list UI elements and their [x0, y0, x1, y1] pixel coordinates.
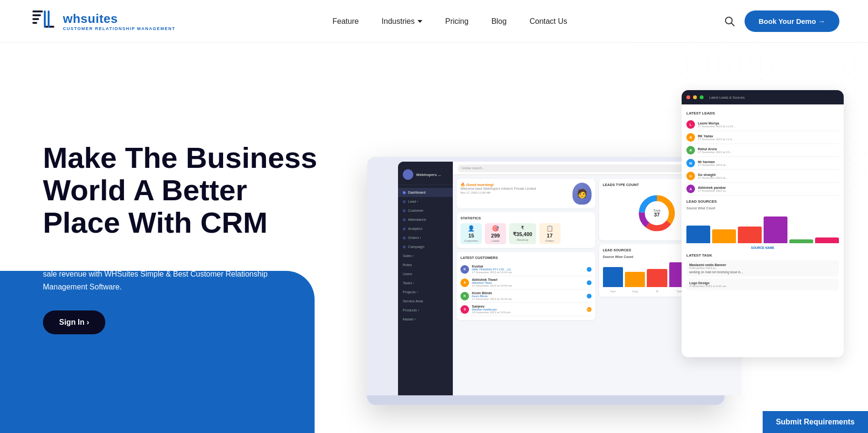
laptop-chin	[367, 395, 725, 405]
menu-dot-icon	[403, 191, 406, 194]
list-item: M Mr harman 17 November 2023 at...	[686, 157, 839, 170]
nav-link-pricing[interactable]: Pricing	[445, 17, 469, 25]
sidebar-item-projects[interactable]: Projects ›	[398, 288, 453, 297]
floating-card-topbar: Latest Leads & Sources	[682, 90, 844, 104]
svg-rect-1	[32, 10, 43, 12]
nav-links: Feature Industries Pricing Blog Contact …	[332, 17, 567, 26]
lead-info: RK Yadav 17 November 2023 at 11:0...	[698, 134, 839, 141]
sidebar-item-campaign[interactable]: Campaign	[398, 242, 453, 251]
sign-in-button[interactable]: Sign In ›	[43, 310, 105, 334]
sidebar-item-lead[interactable]: Lead ›	[398, 197, 453, 206]
dashboard-search[interactable]: Global search...	[458, 165, 696, 172]
logo[interactable]: whsuites CUSTOMER RELATIONSHIP MANAGEMEN…	[29, 7, 175, 36]
bar-item	[712, 229, 736, 243]
sidebar-company: Webhopers ...	[416, 173, 441, 177]
logo-text: whsuites CUSTOMER RELATIONSHIP MANAGEMEN…	[63, 11, 175, 31]
hero-blue-background	[0, 271, 315, 433]
task-title: Logo Design	[689, 281, 836, 285]
svg-line-11	[731, 23, 734, 26]
latest-customers-card: LATEST CUSTOMERS K Kushal NMK TRADING PT…	[457, 252, 595, 320]
welcome-card: 🔥 Good morning! Welcome back Webhopers I…	[457, 179, 595, 208]
nav-link-industries[interactable]: Industries	[382, 17, 422, 26]
statistics-card: STATISTICS 👤 15 Customers 🎯	[457, 212, 595, 248]
window-dot-red	[686, 95, 690, 99]
nav-link-blog[interactable]: Blog	[491, 17, 507, 25]
floating-leads-card: Latest Leads & Sources LATEST LEADS L La…	[682, 90, 844, 357]
sidebar-item-attendance[interactable]: Attendance	[398, 215, 453, 224]
status-dot	[587, 280, 592, 285]
nav-item-blog[interactable]: Blog	[491, 17, 507, 26]
lead-avatar: G	[686, 172, 695, 180]
lead-info: Rahul Arora 17 November 2023 at 10...	[698, 147, 839, 154]
sidebar-item-orders[interactable]: Orders ›	[398, 233, 453, 242]
customer-info: Sanjeev Manean Healthcare 18 November 20…	[472, 305, 584, 314]
sidebar-item-tasks[interactable]: Tasks ›	[398, 278, 453, 288]
menu-dot-icon	[403, 237, 406, 239]
svg-rect-4	[32, 22, 37, 24]
sidebar-item-service[interactable]: Service Area	[398, 297, 453, 306]
search-icon	[725, 16, 735, 27]
svg-rect-5	[44, 10, 46, 24]
laptop-base: Webhopers ... Dashboard Lead › Cust	[367, 157, 725, 405]
task-item: Logo Design 9 November 2023 at 9:26 am	[686, 278, 839, 290]
search-button[interactable]	[725, 16, 735, 27]
customers-list: K Kushal NMK TRADING PTY LTD ...(1) 17 N…	[460, 263, 592, 316]
welcome-date: Nov 17, 2023 11:00 AM	[460, 191, 536, 194]
list-item: K Kevin Blinds Kevin Blinds 17 November …	[460, 289, 592, 303]
sidebar-item-products[interactable]: Products ›	[398, 306, 453, 315]
task-time: 9 November 2023 at 9:26 am	[689, 285, 836, 288]
greeting-emoji: 🔥 Good morning!	[460, 183, 536, 187]
nav-item-contact[interactable]: Contact Us	[530, 17, 567, 26]
sidebar-item-users[interactable]: Users	[398, 269, 453, 278]
sidebar-item-analytics[interactable]: Analytics	[398, 224, 453, 233]
customer-info: Kevin Blinds Kevin Blinds 17 November 20…	[472, 291, 584, 300]
hero-left: Make The Business World A Better Place W…	[0, 43, 324, 433]
dashboard-left-col: 🔥 Good morning! Welcome back Webhopers I…	[457, 179, 595, 392]
sidebar-item-customer[interactable]: Customer	[398, 206, 453, 215]
logo-icon	[29, 7, 58, 36]
hero-title: Make The Business World A Better Place W…	[43, 142, 324, 239]
status-badge: 9+	[587, 307, 592, 312]
menu-dot-icon	[403, 218, 406, 221]
lead-avatar: M	[686, 159, 695, 167]
lead-info: Laxmi Moriya 17 November 2023 at 11:01..…	[698, 122, 839, 128]
nav-item-industries[interactable]: Industries	[382, 17, 422, 26]
bar-item	[603, 267, 623, 287]
sidebar-item-dashboard[interactable]: Dashboard	[398, 188, 453, 197]
latest-customers-title: LATEST CUSTOMERS	[460, 256, 592, 260]
character-illustration: 🧑	[572, 183, 592, 205]
bar-item	[686, 226, 710, 243]
donut-svg: Total 37	[635, 192, 678, 235]
bar-item	[764, 216, 787, 243]
nav-item-feature[interactable]: Feature	[332, 17, 358, 26]
customer-avatar: K	[460, 292, 469, 300]
logo-tagline: CUSTOMER RELATIONSHIP MANAGEMENT	[63, 26, 175, 31]
bar-item	[815, 237, 839, 243]
submit-requirements-banner[interactable]: Submit Requirements	[763, 411, 868, 433]
lead-info: Abhishek parakar 17 November 2023 at...	[698, 186, 839, 192]
nav-link-feature[interactable]: Feature	[332, 17, 358, 25]
sidebar-item-master[interactable]: Master ›	[398, 315, 453, 324]
svg-text:37: 37	[654, 212, 660, 217]
source-wise-section-title: LEAD SOURCES	[686, 199, 839, 204]
navbar: whsuites CUSTOMER RELATIONSHIP MANAGEMEN…	[0, 0, 868, 43]
customer-info: Abhishek Tiwari Abhishek Tiwari 17 Novem…	[472, 278, 584, 287]
stat-orders: 📋 17 Orders	[539, 223, 561, 244]
statistics-title: STATISTICS	[460, 216, 592, 220]
customer-avatar: K	[460, 265, 469, 274]
nav-item-pricing[interactable]: Pricing	[445, 17, 469, 26]
lead-info: Go straight 17 November 2023 at...	[698, 173, 839, 179]
menu-dot-icon	[403, 200, 406, 203]
sidebar-item-sales[interactable]: Sales ›	[398, 251, 453, 260]
book-demo-button[interactable]: Book Your Demo →	[745, 10, 839, 32]
dashboard-mockup: Webhopers ... Dashboard Lead › Cust	[343, 81, 844, 405]
list-item: A Abhishek parakar 17 November 2023 at..…	[686, 183, 839, 196]
status-dot	[587, 294, 592, 299]
bar-item	[738, 227, 762, 243]
list-item: S Sanjeev Manean Healthcare 18 November …	[460, 303, 592, 316]
lead-avatar: L	[686, 120, 695, 129]
bar-item	[625, 272, 645, 287]
stats-grid: 👤 15 Customers 🎯 299 Leads	[460, 223, 592, 244]
sidebar-item-roles[interactable]: Roles	[398, 260, 453, 269]
nav-link-contact[interactable]: Contact Us	[530, 17, 567, 25]
